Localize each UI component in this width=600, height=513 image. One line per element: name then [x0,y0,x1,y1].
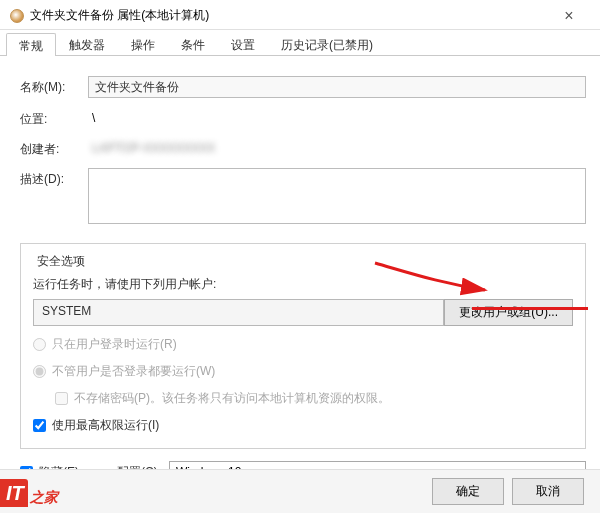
tab-general[interactable]: 常规 [6,33,56,56]
radio-any-input[interactable] [33,365,46,378]
check-no-store-pw[interactable]: 不存储密码(P)。该任务将只有访问本地计算机资源的权限。 [55,390,573,407]
check-highest-priv[interactable]: 使用最高权限运行(I) [33,417,573,434]
radio-logged-on[interactable]: 只在用户登录时运行(R) [33,336,573,353]
name-field[interactable] [88,76,586,98]
window-title: 文件夹文件备份 属性(本地计算机) [30,7,548,24]
description-field[interactable] [88,168,586,224]
runas-label: 运行任务时，请使用下列用户帐户: [33,276,573,293]
creator-value: LAPTOP-XXXXXXXXX [88,138,586,158]
cancel-button[interactable]: 取消 [512,478,584,505]
security-legend: 安全选项 [33,253,89,270]
content: 名称(M): 位置: \ 创建者: LAPTOP-XXXXXXXXX 描述(D)… [0,56,600,449]
location-value: \ [88,108,586,128]
task-icon [10,9,24,23]
ok-button[interactable]: 确定 [432,478,504,505]
tab-history[interactable]: 历史记录(已禁用) [268,32,386,55]
description-label: 描述(D): [20,168,88,188]
footer: 确定 取消 [0,469,600,513]
tab-conditions[interactable]: 条件 [168,32,218,55]
check-no-store-pw-input[interactable] [55,392,68,405]
user-account-box: SYSTEM [33,299,444,326]
change-user-button[interactable]: 更改用户或组(U)... [444,299,573,326]
tab-actions[interactable]: 操作 [118,32,168,55]
name-label: 名称(M): [20,76,88,96]
check-highest-priv-label: 使用最高权限运行(I) [52,417,159,434]
location-label: 位置: [20,108,88,128]
radio-any[interactable]: 不管用户是否登录都要运行(W) [33,363,573,380]
radio-logged-on-label: 只在用户登录时运行(R) [52,336,177,353]
titlebar: 文件夹文件备份 属性(本地计算机) × [0,0,600,30]
tab-triggers[interactable]: 触发器 [56,32,118,55]
check-no-store-pw-label: 不存储密码(P)。该任务将只有访问本地计算机资源的权限。 [74,390,390,407]
tabs: 常规 触发器 操作 条件 设置 历史记录(已禁用) [0,32,600,56]
radio-any-label: 不管用户是否登录都要运行(W) [52,363,215,380]
security-fieldset: 安全选项 运行任务时，请使用下列用户帐户: SYSTEM 更改用户或组(U)..… [20,243,586,449]
check-highest-priv-input[interactable] [33,419,46,432]
tab-settings[interactable]: 设置 [218,32,268,55]
radio-logged-on-input[interactable] [33,338,46,351]
close-icon[interactable]: × [548,5,590,27]
creator-label: 创建者: [20,138,88,158]
